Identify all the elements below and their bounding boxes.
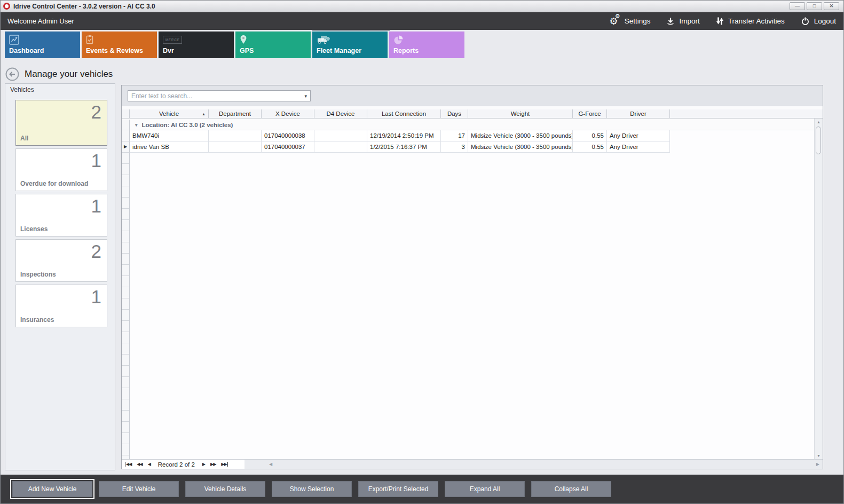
module-tabstrip: Dashboard Events & Reviews MERGE Dvr GPS… xyxy=(1,30,843,60)
top-toolbar: Welcome Admin User ⚙⚙ Settings Import Tr… xyxy=(1,12,843,30)
column-header-weight[interactable]: Weight xyxy=(468,109,573,118)
cell-d4-device xyxy=(314,130,367,141)
vertical-scroll-thumb[interactable] xyxy=(816,127,821,154)
close-button[interactable]: ✕ xyxy=(824,2,839,10)
settings-label: Settings xyxy=(625,17,651,25)
column-header-driver[interactable]: Driver xyxy=(607,109,670,118)
column-header-vehicle[interactable]: Vehicle ▲ xyxy=(130,109,209,118)
tab-fleet-manager[interactable]: Fleet Manager xyxy=(312,32,388,58)
next-page-button[interactable]: ▶▶ xyxy=(210,462,216,467)
card-licenses[interactable]: 1 Licenses xyxy=(15,194,107,237)
tab-reports[interactable]: Reports xyxy=(389,32,464,58)
cell-g-force: 0.55 xyxy=(573,130,607,141)
card-label: Inspections xyxy=(20,271,56,278)
tab-label: Dashboard xyxy=(9,47,44,54)
prev-page-button[interactable]: ◀◀ xyxy=(137,462,142,467)
card-inspections[interactable]: 2 Inspections xyxy=(15,239,107,282)
row-indicator-header xyxy=(122,109,130,118)
expand-all-button[interactable]: Expand All xyxy=(445,481,525,497)
prev-record-button[interactable]: ◀ xyxy=(148,462,151,467)
tab-gps[interactable]: GPS xyxy=(235,32,311,58)
export-print-selected-button[interactable]: Export/Print Selected xyxy=(358,481,438,497)
scroll-up-icon[interactable]: ▲ xyxy=(815,120,823,124)
edit-vehicle-button[interactable]: Edit Vehicle xyxy=(99,481,179,497)
transfer-activities-label: Transfer Activities xyxy=(728,17,785,25)
card-count: 2 xyxy=(91,101,101,123)
row-indicator-cell xyxy=(122,130,130,141)
show-selection-button[interactable]: Show Selection xyxy=(272,481,352,497)
card-count: 1 xyxy=(91,195,101,217)
cell-driver: Any Driver xyxy=(607,130,670,141)
app-window: Idrive Control Center - 3.0.2 version - … xyxy=(0,0,844,504)
cell-vehicle: idrive Van SB xyxy=(130,141,209,153)
tab-events-reviews[interactable]: Events & Reviews xyxy=(82,32,157,58)
settings-button[interactable]: ⚙⚙ Settings xyxy=(610,17,651,26)
search-combo: ▾ xyxy=(128,90,311,101)
grid-pager: ◀◀ ◀◀ ◀ Record 2 of 2 ▶ ▶▶ ▶▶ ◀ ▶ xyxy=(122,459,823,469)
column-header-last-connection[interactable]: Last Connection xyxy=(367,109,441,118)
scroll-right-icon[interactable]: ▶ xyxy=(816,460,819,469)
cell-d4-device xyxy=(314,141,367,153)
record-count-text: Record 2 of 2 xyxy=(156,461,197,468)
next-record-button[interactable]: ▶ xyxy=(202,462,205,467)
record-navigation: ◀◀ ◀◀ ◀ Record 2 of 2 ▶ ▶▶ ▶▶ xyxy=(122,461,244,468)
cell-weight: Midsize Vehicle (3000 - 3500 pounds) xyxy=(468,141,573,153)
vertical-scrollbar[interactable]: ▲ ▼ xyxy=(814,119,823,459)
dropdown-arrow-icon[interactable]: ▾ xyxy=(304,93,310,99)
cell-vehicle: BMW740i xyxy=(130,130,209,141)
window-controls: — □ ✕ xyxy=(790,2,841,10)
import-label: Import xyxy=(679,17,699,25)
search-input[interactable] xyxy=(128,92,304,100)
cell-driver: Any Driver xyxy=(607,141,670,153)
card-label: Insurances xyxy=(20,316,54,324)
table-row-selected[interactable]: ▶ idrive Van SB 017040000037 1/2/2015 7:… xyxy=(122,141,823,153)
window-title: Idrive Control Center - 3.0.2 version - … xyxy=(13,3,155,10)
download-icon xyxy=(666,17,675,26)
line-chart-icon xyxy=(9,35,19,44)
tab-label: Dvr xyxy=(163,47,174,54)
collapse-group-icon[interactable]: ▾ xyxy=(135,122,138,128)
page-title: Manage your vehicles xyxy=(25,69,113,80)
collapse-all-button[interactable]: Collapse All xyxy=(531,481,611,497)
pie-chart-icon xyxy=(393,35,404,44)
last-record-button[interactable]: ▶▶ xyxy=(221,462,227,467)
add-new-vehicle-button[interactable]: Add New Vehicle xyxy=(12,481,92,497)
gears-icon: ⚙⚙ xyxy=(610,17,620,26)
column-header-x-device[interactable]: X Device xyxy=(262,109,314,118)
grid-header-row: Vehicle ▲ Department X Device D4 Device … xyxy=(122,109,823,119)
back-button[interactable] xyxy=(5,67,19,81)
app-logo-icon xyxy=(3,3,10,10)
column-header-d4-device[interactable]: D4 Device xyxy=(314,109,367,118)
cell-department xyxy=(209,141,262,153)
card-all[interactable]: 2 All xyxy=(15,100,107,146)
grid-search-band: ▾ xyxy=(122,85,823,106)
welcome-text: Welcome Admin User xyxy=(7,17,74,25)
card-label: Licenses xyxy=(20,225,48,233)
minimize-button[interactable]: — xyxy=(790,2,805,10)
cell-last-connection: 1/2/2015 7:16:37 PM xyxy=(367,141,441,153)
column-header-days[interactable]: Days xyxy=(441,109,468,118)
vehicle-details-button[interactable]: Vehicle Details xyxy=(185,481,265,497)
merge-badge-text: MERGE xyxy=(163,36,182,44)
table-row[interactable]: BMW740i 017040000038 12/19/2014 2:50:19 … xyxy=(122,130,823,141)
sidebar-caption: Vehicles xyxy=(5,84,115,97)
column-header-department[interactable]: Department xyxy=(209,109,262,118)
scroll-down-icon[interactable]: ▼ xyxy=(815,454,823,458)
power-icon xyxy=(801,17,810,26)
group-row-location[interactable]: ▾ Location: Al CC 3.0 (2 vehicles) xyxy=(122,120,823,130)
scroll-left-icon[interactable]: ◀ xyxy=(269,460,272,469)
import-button[interactable]: Import xyxy=(666,17,699,26)
card-insurances[interactable]: 1 Insurances xyxy=(15,285,107,327)
cell-days: 3 xyxy=(441,141,468,153)
horizontal-scrollbar[interactable]: ◀ ▶ xyxy=(244,460,823,469)
empty-row-indicator-column xyxy=(122,153,130,459)
logout-button[interactable]: Logout xyxy=(801,17,836,26)
first-record-button[interactable]: ◀◀ xyxy=(125,462,131,467)
transfer-activities-button[interactable]: Transfer Activities xyxy=(716,17,785,26)
maximize-button[interactable]: □ xyxy=(807,2,822,10)
card-overdue-for-download[interactable]: 1 Overdue for download xyxy=(15,148,107,191)
logout-label: Logout xyxy=(814,17,836,25)
tab-dashboard[interactable]: Dashboard xyxy=(5,32,80,58)
tab-dvr[interactable]: MERGE Dvr xyxy=(159,32,234,58)
column-header-g-force[interactable]: G-Force xyxy=(573,109,607,118)
